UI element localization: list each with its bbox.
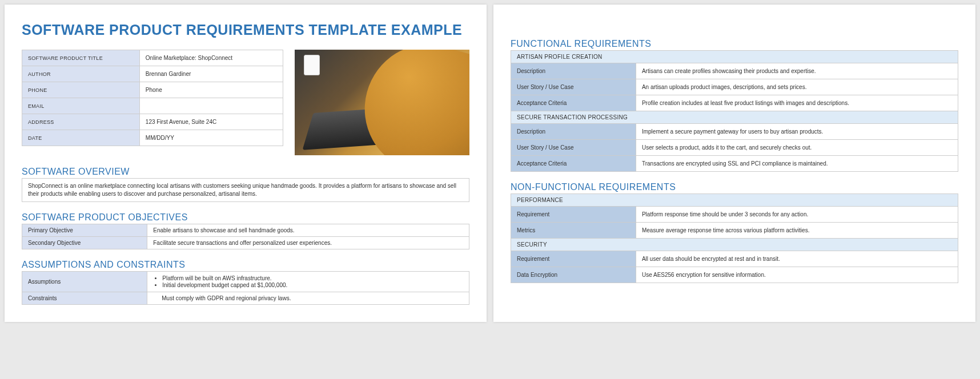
assumption-bullet: Platform will be built on AWS infrastruc… [162,275,463,281]
nonfunctional-block: PERFORMANCE Requirement Platform respons… [511,193,958,283]
req-key: Acceptance Criteria [511,95,636,111]
info-key-product-title: SOFTWARE PRODUCT TITLE [22,50,140,66]
table-row: Assumptions Platform will be built on AW… [22,272,469,292]
cup-icon [304,55,320,75]
constraints-key: Constraints [22,292,147,305]
info-val-address: 123 First Avenue, Suite 24C [139,114,283,130]
info-val-author: Brennan Gardiner [139,66,283,82]
req-row: Metrics Measure average response time ac… [511,223,958,239]
req-val: Measure average response time across var… [636,223,958,238]
table-row: DATE MM/DD/YY [22,130,283,146]
table-row: Constraints Must comply with GDPR and re… [22,292,469,305]
group-header-artisan-profile: ARTISAN PROFILE CREATION [511,50,958,63]
req-val: Platform response time should be under 3… [636,207,958,222]
objective-secondary-key: Secondary Objective [22,237,147,249]
req-val: User selects a product, adds it to the c… [636,140,958,155]
objective-secondary-val: Facilitate secure transactions and offer… [147,237,469,249]
page-1: SOFTWARE PRODUCT REQUIREMENTS TEMPLATE E… [5,5,487,322]
section-heading-functional: FUNCTIONAL REQUIREMENTS [511,39,958,49]
req-row: User Story / Use Case An artisan uploads… [511,79,958,95]
workspace: SOFTWARE PRODUCT REQUIREMENTS TEMPLATE E… [5,5,975,322]
document-title: SOFTWARE PRODUCT REQUIREMENTS TEMPLATE E… [22,22,469,38]
table-row: SOFTWARE PRODUCT TITLE Online Marketplac… [22,50,283,66]
assumptions-table: Assumptions Platform will be built on AW… [22,271,469,305]
header-row: SOFTWARE PRODUCT TITLE Online Marketplac… [22,50,469,155]
hero-image [295,50,469,155]
req-key: Description [511,63,636,79]
req-val: Use AES256 encryption for sensitive info… [636,267,958,283]
functional-block: ARTISAN PROFILE CREATION Description Art… [511,50,958,172]
objective-primary-key: Primary Objective [22,224,147,237]
req-val: Transactions are encrypted using SSL and… [636,156,958,171]
table-row: ADDRESS 123 First Avenue, Suite 24C [22,114,283,130]
req-val: Artisans can create profiles showcasing … [636,63,958,79]
table-row: EMAIL [22,98,283,114]
req-row: Description Implement a secure payment g… [511,124,958,140]
table-row: Primary Objective Enable artisans to sho… [22,224,469,237]
assumption-bullet: Initial development budget capped at $1,… [162,282,463,288]
page-2: FUNCTIONAL REQUIREMENTS ARTISAN PROFILE … [493,5,975,322]
constraints-val: Must comply with GDPR and regional priva… [147,292,469,305]
group-header-secure-transaction: SECURE TRANSACTION PROCESSING [511,111,958,124]
objectives-table: Primary Objective Enable artisans to sho… [22,224,469,249]
req-row: Data Encryption Use AES256 encryption fo… [511,267,958,283]
section-heading-overview: SOFTWARE OVERVIEW [22,167,469,177]
table-row: PHONE Phone [22,82,283,98]
req-row: Acceptance Criteria Transactions are enc… [511,156,958,172]
req-key: Metrics [511,223,636,238]
info-key-author: AUTHOR [22,66,140,82]
table-row: Secondary Objective Facilitate secure tr… [22,237,469,249]
group-header-performance: PERFORMANCE [511,193,958,207]
req-val: Implement a secure payment gateway for u… [636,124,958,139]
req-row: Requirement All user data should be encr… [511,251,958,267]
group-header-security: SECURITY [511,239,958,251]
info-val-date: MM/DD/YY [139,130,283,146]
req-key: Data Encryption [511,267,636,283]
req-val: All user data should be encrypted at res… [636,251,958,267]
info-key-date: DATE [22,130,140,146]
info-key-address: ADDRESS [22,114,140,130]
req-val: Profile creation includes at least five … [636,95,958,111]
info-key-email: EMAIL [22,98,140,114]
objective-primary-val: Enable artisans to showcase and sell han… [147,224,469,237]
req-row: Acceptance Criteria Profile creation inc… [511,95,958,111]
section-heading-nonfunctional: NON-FUNCTIONAL REQUIREMENTS [511,182,958,192]
req-val: An artisan uploads product images, descr… [636,79,958,95]
overview-text: ShopConnect is an online marketplace con… [22,178,469,202]
sweater-graphic [351,50,469,155]
info-val-product-title: Online Marketplace: ShopConnect [139,50,283,66]
info-key-phone: PHONE [22,82,140,98]
req-key: User Story / Use Case [511,140,636,155]
req-row: Requirement Platform response time shoul… [511,207,958,223]
assumptions-val: Platform will be built on AWS infrastruc… [147,272,469,292]
assumptions-key: Assumptions [22,272,147,292]
section-heading-assumptions: ASSUMPTIONS AND CONSTRAINTS [22,260,469,270]
req-key: Acceptance Criteria [511,156,636,171]
info-val-email [139,98,283,114]
info-table: SOFTWARE PRODUCT TITLE Online Marketplac… [22,50,283,146]
req-key: User Story / Use Case [511,79,636,95]
req-key: Requirement [511,207,636,222]
req-key: Requirement [511,251,636,267]
req-row: Description Artisans can create profiles… [511,63,958,79]
info-val-phone: Phone [139,82,283,98]
section-heading-objectives: SOFTWARE PRODUCT OBJECTIVES [22,212,469,223]
req-key: Description [511,124,636,139]
req-row: User Story / Use Case User selects a pro… [511,140,958,156]
table-row: AUTHOR Brennan Gardiner [22,66,283,82]
